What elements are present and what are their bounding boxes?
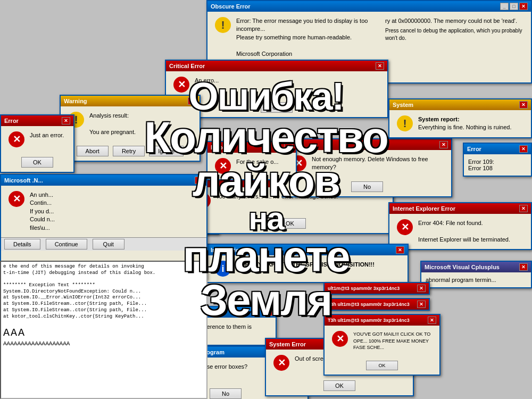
exclusive-close-btn[interactable]: ✕ — [264, 309, 272, 316]
exception-text-area: e the end of this message for details on… — [0, 261, 207, 399]
sake-close-btn[interactable]: ✕ — [284, 144, 293, 151]
sake-content: ✕ For the sake o... — [207, 153, 296, 179]
obscure-error-content: ! Error: The error message you tried to … — [207, 12, 531, 63]
memory-close-btn[interactable]: ✕ — [439, 141, 448, 148]
sysreport-dialog: System ✕ ! System report: Everything is … — [388, 98, 532, 138]
small-error-dialog: Error ✕ ✕ Just an error. OK — [0, 114, 74, 173]
msnet-titlebar[interactable]: Microsoft .N... ✕ — [1, 175, 206, 186]
sake-dialog: Error ✕ ✕ For the sake o... — [206, 141, 297, 180]
spam2-dialog: T3h ult1m@t3 spamm0r 3xp3r14nc3 ✕ — [323, 298, 430, 311]
ie-close-btn[interactable]: ✕ — [519, 205, 528, 212]
critical-error-content: ✕ An erro... — [166, 71, 387, 98]
small-error-icon: ✕ — [9, 131, 24, 147]
sake-titlebar[interactable]: Error ✕ — [207, 142, 296, 153]
spam3-dialog: T3h ult1m@t3 spamm0r 3xp3r14nc3 ✕ ✕ YOU'… — [323, 314, 440, 376]
error109-close-btn[interactable]: ✕ — [519, 145, 528, 153]
close-btn[interactable]: ✕ — [519, 3, 528, 10]
ie-icon: ✕ — [397, 219, 413, 235]
spam3-close-btn[interactable]: ✕ — [428, 317, 436, 324]
warning-close-btn[interactable]: ✕ — [188, 97, 196, 105]
small-ok-button[interactable]: OK — [21, 157, 53, 168]
msvisual-titlebar[interactable]: Microsoft Visual Cplusplus ✕ — [421, 262, 531, 272]
spam2-titlebar[interactable]: T3h ult1m@t3 spamm0r 3xp3r14nc3 ✕ — [325, 299, 429, 310]
spanish-content: i NOBODY EXPECTS THE SPANISH INQUISITION… — [207, 255, 408, 282]
spanish-titlebar[interactable]: Information ✕ — [207, 245, 408, 255]
sysreport-titlebar[interactable]: System ✕ — [389, 99, 531, 110]
sysreport-content: ! System report: Everything is fine. Not… — [389, 110, 531, 137]
warning-content: ! Analysis result: You are pregnant. — [61, 106, 200, 142]
spam3-titlebar[interactable]: T3h ult1m@t3 spamm0r 3xp3r14nc3 ✕ — [325, 315, 439, 326]
critical-close-btn[interactable]: ✕ — [376, 62, 384, 70]
msnet-icon: ✕ — [9, 191, 24, 207]
memory-titlebar[interactable]: Error ✕ — [283, 139, 451, 150]
small-error-close-btn[interactable]: ✕ — [62, 117, 70, 124]
msvisual-close-btn[interactable]: ✕ — [519, 263, 528, 271]
warning-titlebar[interactable]: Warning ✕ — [61, 96, 200, 106]
spam3-content: ✕ YOU'VE GOT MAIL!!! CLICK OK TO OPE... … — [325, 326, 439, 356]
abort-button[interactable]: Abort — [77, 146, 109, 156]
small-error-content: ✕ Just an error. — [1, 126, 73, 153]
sysreport-close-btn[interactable]: ✕ — [519, 101, 528, 109]
system-error-ok-button[interactable]: OK — [323, 380, 355, 391]
obscure-error-titlebar[interactable]: Obscure Error _ □ ✕ — [207, 1, 531, 12]
memory-dialog: Error ✕ ✕ Not enough memory. Delete Wind… — [282, 138, 452, 197]
sysreport-icon: ! — [397, 115, 413, 131]
critical-ok-button[interactable]: OK — [261, 102, 293, 113]
spam3-icon: ✕ — [332, 331, 348, 347]
system-error-icon: ✕ — [273, 355, 289, 371]
spam2-close-btn[interactable]: ✕ — [417, 301, 426, 308]
ie-error-titlebar[interactable]: Internet Explorer Error ✕ — [389, 203, 531, 214]
mscustomer-no-button[interactable]: No — [210, 388, 242, 399]
continue-button[interactable]: Continue — [46, 239, 87, 250]
error109-dialog: Error ✕ Error 109: Error 108 — [463, 143, 532, 177]
spam1-close-btn[interactable]: ✕ — [417, 285, 426, 292]
warning-dialog: Warning ✕ ! Analysis result: You are pre… — [60, 95, 201, 162]
memory-content: ✕ Not enough memory. Delete Windows to f… — [283, 150, 451, 177]
retry-button[interactable]: Retry — [113, 146, 145, 156]
error-icon: ✕ — [173, 77, 189, 93]
maximize-btn[interactable]: □ — [510, 3, 518, 10]
sake-icon: ✕ — [215, 158, 231, 174]
spam1-titlebar[interactable]: ult1m@t3 spamm0r 3xp3r14nc3 ✕ — [325, 283, 429, 294]
spanish-icon: i — [215, 261, 231, 277]
small-error-titlebar[interactable]: Error ✕ — [1, 115, 73, 126]
ignore-button[interactable]: Ignore — [149, 146, 184, 156]
spanish-dialog: Information ✕ i NOBODY EXPECTS THE SPANI… — [206, 244, 409, 283]
critical-error-titlebar[interactable]: Critical Error ✕ — [166, 61, 387, 71]
details-button[interactable]: Details — [4, 239, 40, 250]
msnet-statusbar: Details Continue Quit — [1, 237, 206, 251]
error109-titlebar[interactable]: Error ✕ — [464, 144, 531, 154]
ie-content: ✕ Error 404: File not found. Internet Ex… — [389, 214, 531, 249]
many-ok-button[interactable]: OK — [274, 218, 306, 229]
memory-no-button[interactable]: No — [351, 181, 383, 192]
warning-icon: ! — [215, 17, 231, 33]
quit-button[interactable]: Quit — [93, 239, 124, 250]
spam3-ok-button[interactable]: OK — [366, 361, 398, 370]
minimize-btn[interactable]: _ — [500, 3, 509, 10]
msnet-close-btn[interactable]: ✕ — [195, 177, 203, 184]
ie-error-dialog: Internet Explorer Error ✕ ✕ Error 404: F… — [388, 202, 532, 250]
msvisual-dialog: Microsoft Visual Cplusplus ✕ abnormal pr… — [420, 261, 532, 288]
spam1-dialog: ult1m@t3 spamm0r 3xp3r14nc3 ✕ — [323, 282, 430, 295]
msnet-content: ✕ An unh... Contin... If you d... Could … — [1, 186, 206, 237]
spanish-close-btn[interactable]: ✕ — [396, 246, 404, 254]
